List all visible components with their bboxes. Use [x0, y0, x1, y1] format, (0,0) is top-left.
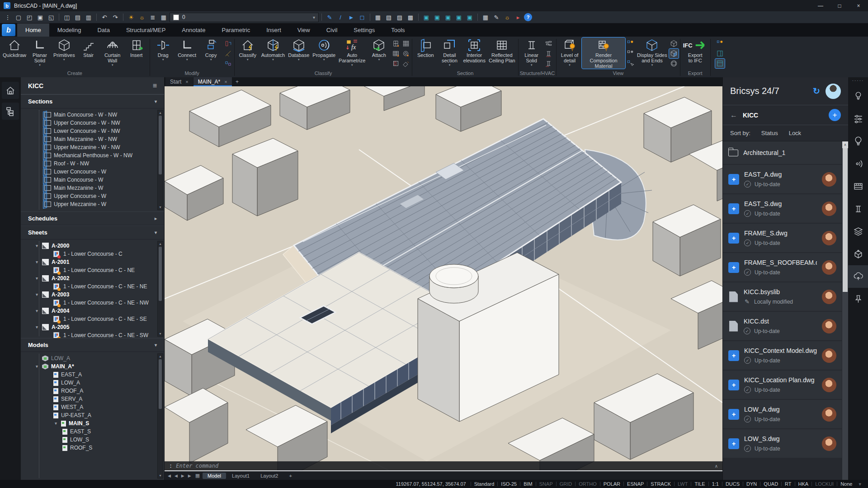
- model-item[interactable]: ▾MAIN_A*: [21, 362, 164, 371]
- status-dyn[interactable]: DYN: [743, 481, 760, 487]
- file-row[interactable]: KICC.bsyslib ✎Locally modified: [723, 282, 842, 311]
- sheet-viewport[interactable]: 1 - Lower Concourse - C: [21, 250, 164, 258]
- sheet-viewport[interactable]: 1 - Lower Concourse - C - NE - NE: [21, 282, 164, 291]
- drag-button[interactable]: Drag ▾: [151, 38, 175, 61]
- model-item[interactable]: EAST_S: [21, 427, 164, 436]
- section-item[interactable]: Main Concourse - W: [21, 176, 164, 184]
- file-row[interactable]: + KICC_Context Model.dwg ✓Up-to-date: [723, 341, 842, 370]
- scrollbar[interactable]: ▴▾: [157, 353, 163, 479]
- section-item[interactable]: Roof - W - NW: [21, 160, 164, 168]
- schedules-header[interactable]: Schedules ▸: [21, 211, 164, 225]
- pin-icon[interactable]: [848, 288, 868, 310]
- scrollbar-thumb[interactable]: [843, 148, 848, 292]
- file-row[interactable]: + LOW_S.dwg ✓Up-to-date: [723, 429, 842, 458]
- sort-option-lock[interactable]: Lock: [789, 130, 801, 136]
- panel-toggle-icon[interactable]: [715, 49, 725, 58]
- room-icon[interactable]: [391, 49, 401, 58]
- tag-icon[interactable]: [401, 59, 410, 68]
- sheet-group[interactable]: ▾A-2005: [21, 323, 164, 331]
- sides-mode-shaded-icon[interactable]: [669, 49, 679, 58]
- cloud-upload-icon[interactable]: [848, 265, 868, 288]
- status-none[interactable]: None: [837, 481, 855, 487]
- scrollbar[interactable]: ∧: [842, 141, 848, 480]
- doc-tab-start[interactable]: Start ×: [165, 77, 193, 86]
- model-item[interactable]: ROOF_S: [21, 444, 164, 452]
- sides-mode-flat-icon[interactable]: [669, 39, 679, 48]
- file-row[interactable]: + FRAME_S_ROOFBEAM.dwg ✓Up-to-date: [723, 253, 842, 282]
- toolbar-handle-icon[interactable]: ⋮: [3, 13, 13, 22]
- status-quad[interactable]: QUAD: [760, 481, 781, 487]
- structure-tree-icon[interactable]: [2, 103, 19, 120]
- new-file-icon[interactable]: ▢: [14, 13, 24, 22]
- minimize-button[interactable]: —: [811, 0, 830, 11]
- snap-grid-icon[interactable]: ▦: [373, 13, 383, 22]
- coil-icon[interactable]: ≣: [148, 13, 158, 22]
- hamburger-menu-icon[interactable]: ≡: [153, 82, 157, 90]
- section-button[interactable]: Section: [414, 38, 437, 58]
- close-tab-icon[interactable]: ×: [224, 79, 227, 84]
- grid-icon[interactable]: [401, 39, 410, 48]
- model-item[interactable]: ▾MAIN_S: [21, 419, 164, 427]
- profile-edit-icon[interactable]: [544, 49, 553, 58]
- sheet-group[interactable]: ▾A-2003: [21, 291, 164, 299]
- display-sides-and-ends-button[interactable]: Display Sides and Ends ▾: [636, 38, 669, 66]
- isolate-on-icon[interactable]: [626, 39, 635, 48]
- model-item[interactable]: LOW_A: [21, 354, 164, 362]
- render-composition-material-button[interactable]: Render Composition Material: [582, 38, 625, 69]
- display-config-icon[interactable]: [715, 39, 725, 48]
- story-target-icon[interactable]: [401, 49, 410, 58]
- bim-compositions-icon[interactable]: ▣: [432, 13, 442, 22]
- match-brush-icon[interactable]: ✎: [325, 13, 335, 22]
- file-row[interactable]: + EAST_A.dwg ✓Up-to-date: [723, 165, 842, 193]
- model-item[interactable]: WEST_A: [21, 403, 164, 411]
- settings-gear-icon[interactable]: ☼: [502, 13, 512, 22]
- light-bulb-icon[interactable]: ☀: [126, 13, 136, 22]
- layer-dropdown[interactable]: 0 ▾: [170, 13, 319, 22]
- file-row[interactable]: + EAST_S.dwg ✓Up-to-date: [723, 194, 842, 223]
- close-tab-icon[interactable]: ×: [185, 79, 188, 84]
- primitives-button[interactable]: Primitives ▾: [52, 38, 76, 61]
- tab-parametric[interactable]: Parametric: [213, 23, 258, 37]
- spatial-locations-icon[interactable]: [391, 39, 401, 48]
- interior-elevations-button[interactable]: Interior elevations: [462, 38, 487, 63]
- status-lwt[interactable]: LWT: [675, 481, 691, 487]
- status-standard[interactable]: Standard: [471, 481, 498, 487]
- user-avatar[interactable]: [826, 84, 841, 99]
- redo-icon[interactable]: ↷: [110, 13, 120, 22]
- bim-database-icon[interactable]: ▣: [443, 13, 453, 22]
- hot-air-balloon-icon[interactable]: [848, 130, 868, 152]
- sheet-group[interactable]: ▾A-2000: [21, 242, 164, 250]
- reflected-ceiling-plan-button[interactable]: Reflected Ceiling Plan: [487, 38, 517, 63]
- command-line[interactable]: : Enter command ∧: [165, 461, 722, 471]
- layout-grid-icon[interactable]: ▦: [193, 473, 202, 479]
- layout-tab-layout2[interactable]: Layout2: [255, 473, 283, 479]
- status-lockui[interactable]: LOCKUI: [812, 481, 837, 487]
- model-item[interactable]: LOW_S: [21, 436, 164, 444]
- status-hka[interactable]: HKA: [795, 481, 812, 487]
- tab-settings[interactable]: Settings: [345, 23, 383, 37]
- grid-display-icon[interactable]: ▧: [384, 13, 394, 22]
- flag-icon[interactable]: ▸: [513, 13, 523, 22]
- section-item[interactable]: Lower Concourse - W - NW: [21, 127, 164, 135]
- edit-pencil-icon[interactable]: ✎: [491, 13, 501, 22]
- last-layout-icon[interactable]: ▶: [187, 474, 193, 478]
- new-doc-tab-button[interactable]: +: [232, 77, 242, 86]
- polar-mode-icon[interactable]: ▩: [406, 13, 415, 22]
- section-item[interactable]: Upper Mezzanine - W - NW: [21, 143, 164, 151]
- curtain-wall-button[interactable]: Curtain Wall ▾: [101, 38, 124, 66]
- sheet-group[interactable]: ▾A-2001: [21, 258, 164, 266]
- section-item[interactable]: Upper Mezzanine - W: [21, 200, 164, 208]
- trim-icon[interactable]: [223, 49, 233, 58]
- section-item[interactable]: Mechanical Penthouse - W - NW: [21, 151, 164, 160]
- linear-solid-button[interactable]: Linear Solid ▾: [520, 38, 543, 66]
- caret-up-icon[interactable]: ∧: [715, 464, 718, 469]
- folder-row[interactable]: Architectural_1: [723, 141, 842, 164]
- add-file-button[interactable]: +: [829, 109, 841, 121]
- section-item[interactable]: Main Mezzanine - W - NW: [21, 135, 164, 143]
- table-icon[interactable]: ▦: [481, 13, 491, 22]
- doc-tab-main-a[interactable]: MAIN_A* ×: [193, 77, 232, 86]
- quickdraw-button[interactable]: Quickdraw: [1, 38, 28, 58]
- status-bim[interactable]: BIM: [520, 481, 536, 487]
- layers-stack-icon[interactable]: [848, 220, 868, 243]
- home-icon[interactable]: [2, 82, 19, 99]
